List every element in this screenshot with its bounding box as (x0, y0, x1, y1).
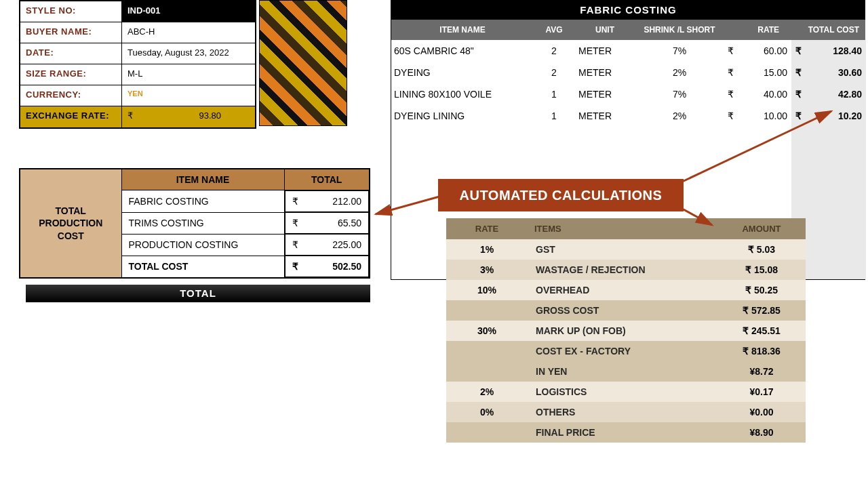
summary-row: 3%WASTAGE / REJECTION₹ 15.08 (446, 260, 806, 280)
summary-row: FINAL PRICE¥8.90 (446, 422, 806, 443)
fabric-row: 60S CAMBRIC 48"2METER7%₹60.00₹128.40 (391, 40, 865, 62)
style-no-value: IND-001 (122, 1, 255, 22)
fabric-row: LINING 80X100 VOILE1METER7%₹40.00₹42.80 (391, 83, 865, 105)
fabric-title: FABRIC COSTING (391, 0, 865, 20)
production-cost-table: TOTAL PRODUCTION COST ITEM NAME TOTAL FA… (19, 168, 370, 279)
fabric-row: DYEING LINING1METER2%₹10.00₹10.20 (391, 105, 865, 127)
currency-label: CURRENCY: (20, 85, 122, 106)
size-label: SIZE RANGE: (20, 64, 122, 85)
style-no-label: STYLE NO: (20, 1, 122, 22)
product-image (259, 0, 347, 126)
currency-value: YEN (122, 85, 255, 106)
buyer-label: BUYER NAME: (20, 22, 122, 43)
summary-row: 10%OVERHEAD₹ 50.25 (446, 280, 806, 300)
exrate-label: EXCHANGE RATE: (20, 106, 122, 127)
summary-row: 1%GST₹ 5.03 (446, 239, 806, 260)
date-value: Tuesday, August 23, 2022 (122, 43, 255, 64)
callout-automated-calculations: AUTOMATED CALCULATIONS (438, 179, 684, 211)
size-value: M-L (122, 64, 255, 85)
summary-row: 30%MARK UP (ON FOB)₹ 245.51 (446, 321, 806, 341)
summary-head: RATE ITEMS AMOUNT (446, 218, 806, 239)
summary-row: GROSS COST₹ 572.85 (446, 300, 806, 321)
fabric-head: ITEM NAME AVG UNIT SHRINK /L SHORT RATE … (391, 20, 865, 40)
info-block: STYLE NO: IND-001 BUYER NAME: ABC-H DATE… (19, 0, 256, 129)
summary-row: 2%LOGISTICS¥0.17 (446, 382, 806, 402)
summary-row: IN YEN¥8.72 (446, 361, 806, 382)
prod-col-total: TOTAL (284, 169, 370, 190)
summary-row: COST EX - FACTORY₹ 818.36 (446, 341, 806, 361)
summary-row: 0%OTHERS¥0.00 (446, 402, 806, 422)
date-label: DATE: (20, 43, 122, 64)
prod-col-item: ITEM NAME (121, 169, 284, 190)
exrate-value: ₹ 93.80 (122, 106, 255, 127)
buyer-value: ABC-H (122, 22, 255, 43)
total-bar: TOTAL (26, 285, 370, 302)
fabric-row: DYEING2METER2%₹15.00₹30.60 (391, 62, 865, 83)
summary-table: RATE ITEMS AMOUNT 1%GST₹ 5.033%WASTAGE /… (446, 218, 806, 443)
production-side-header: TOTAL PRODUCTION COST (20, 169, 121, 278)
